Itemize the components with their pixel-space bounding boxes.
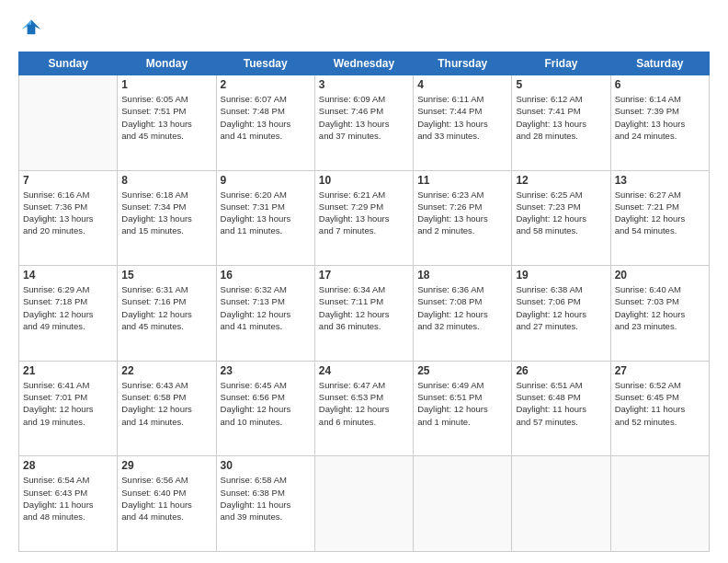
day-info: Sunrise: 6:41 AM Sunset: 7:01 PM Dayligh… xyxy=(23,379,113,428)
day-info: Sunrise: 6:16 AM Sunset: 7:36 PM Dayligh… xyxy=(23,189,113,237)
calendar-cell: 7Sunrise: 6:16 AM Sunset: 7:36 PM Daylig… xyxy=(19,170,118,266)
svg-rect-2 xyxy=(28,25,36,35)
day-info: Sunrise: 6:56 AM Sunset: 6:40 PM Dayligh… xyxy=(121,474,211,523)
day-of-week-wednesday: Wednesday xyxy=(314,52,413,75)
calendar-cell: 21Sunrise: 6:41 AM Sunset: 7:01 PM Dayli… xyxy=(19,361,118,456)
day-info: Sunrise: 6:07 AM Sunset: 7:48 PM Dayligh… xyxy=(221,93,311,142)
calendar-cell: 6Sunrise: 6:14 AM Sunset: 7:39 PM Daylig… xyxy=(610,75,709,171)
calendar-cell: 10Sunrise: 6:21 AM Sunset: 7:29 PM Dayli… xyxy=(314,170,413,266)
page: SundayMondayTuesdayWednesdayThursdayFrid… xyxy=(0,0,728,563)
day-info: Sunrise: 6:58 AM Sunset: 6:38 PM Dayligh… xyxy=(221,474,311,523)
day-number: 20 xyxy=(615,269,705,282)
day-number: 22 xyxy=(121,364,211,377)
week-row-3: 14Sunrise: 6:29 AM Sunset: 7:18 PM Dayli… xyxy=(19,266,710,362)
day-info: Sunrise: 6:47 AM Sunset: 6:53 PM Dayligh… xyxy=(319,379,409,428)
day-info: Sunrise: 6:52 AM Sunset: 6:45 PM Dayligh… xyxy=(615,379,705,428)
day-info: Sunrise: 6:25 AM Sunset: 7:23 PM Dayligh… xyxy=(516,189,606,237)
day-number: 21 xyxy=(23,364,113,377)
day-number: 23 xyxy=(221,364,311,377)
week-row-2: 7Sunrise: 6:16 AM Sunset: 7:36 PM Daylig… xyxy=(19,170,710,266)
day-info: Sunrise: 6:09 AM Sunset: 7:46 PM Dayligh… xyxy=(319,93,409,142)
calendar-cell: 13Sunrise: 6:27 AM Sunset: 7:21 PM Dayli… xyxy=(610,170,709,266)
header xyxy=(18,17,710,42)
calendar-header-row: SundayMondayTuesdayWednesdayThursdayFrid… xyxy=(19,52,710,75)
day-info: Sunrise: 6:18 AM Sunset: 7:34 PM Dayligh… xyxy=(121,189,211,237)
day-number: 19 xyxy=(516,269,606,282)
calendar-cell: 26Sunrise: 6:51 AM Sunset: 6:48 PM Dayli… xyxy=(512,361,610,456)
day-number: 12 xyxy=(516,174,606,187)
calendar-cell: 22Sunrise: 6:43 AM Sunset: 6:58 PM Dayli… xyxy=(118,361,216,456)
calendar-cell: 1Sunrise: 6:05 AM Sunset: 7:51 PM Daylig… xyxy=(118,75,216,171)
calendar-cell: 30Sunrise: 6:58 AM Sunset: 6:38 PM Dayli… xyxy=(216,456,314,552)
day-of-week-friday: Friday xyxy=(512,52,610,75)
day-info: Sunrise: 6:23 AM Sunset: 7:26 PM Dayligh… xyxy=(417,189,507,237)
day-of-week-monday: Monday xyxy=(118,52,216,75)
calendar-cell: 17Sunrise: 6:34 AM Sunset: 7:11 PM Dayli… xyxy=(314,266,413,362)
day-info: Sunrise: 6:12 AM Sunset: 7:41 PM Dayligh… xyxy=(516,93,606,142)
day-info: Sunrise: 6:54 AM Sunset: 6:43 PM Dayligh… xyxy=(23,474,113,523)
calendar-cell: 11Sunrise: 6:23 AM Sunset: 7:26 PM Dayli… xyxy=(414,170,512,266)
day-number: 13 xyxy=(615,174,705,187)
day-of-week-tuesday: Tuesday xyxy=(216,52,314,75)
day-number: 9 xyxy=(221,174,311,187)
day-info: Sunrise: 6:34 AM Sunset: 7:11 PM Dayligh… xyxy=(319,283,409,332)
day-number: 1 xyxy=(121,78,211,91)
day-info: Sunrise: 6:51 AM Sunset: 6:48 PM Dayligh… xyxy=(516,379,606,428)
day-info: Sunrise: 6:11 AM Sunset: 7:44 PM Dayligh… xyxy=(417,93,507,142)
day-number: 10 xyxy=(319,174,409,187)
day-info: Sunrise: 6:45 AM Sunset: 6:56 PM Dayligh… xyxy=(221,379,311,428)
day-number: 27 xyxy=(615,364,705,377)
day-info: Sunrise: 6:21 AM Sunset: 7:29 PM Dayligh… xyxy=(319,189,409,237)
day-number: 26 xyxy=(516,364,606,377)
calendar-cell xyxy=(314,456,413,552)
day-number: 30 xyxy=(221,459,311,472)
day-number: 8 xyxy=(121,174,211,187)
day-info: Sunrise: 6:14 AM Sunset: 7:39 PM Dayligh… xyxy=(615,93,705,142)
calendar-cell: 14Sunrise: 6:29 AM Sunset: 7:18 PM Dayli… xyxy=(19,266,118,362)
calendar-cell: 4Sunrise: 6:11 AM Sunset: 7:44 PM Daylig… xyxy=(414,75,512,171)
day-info: Sunrise: 6:31 AM Sunset: 7:16 PM Dayligh… xyxy=(121,283,211,332)
day-number: 24 xyxy=(319,364,409,377)
calendar-cell xyxy=(414,456,512,552)
calendar-cell xyxy=(610,456,709,552)
calendar-cell: 23Sunrise: 6:45 AM Sunset: 6:56 PM Dayli… xyxy=(216,361,314,456)
day-of-week-thursday: Thursday xyxy=(414,52,512,75)
calendar-cell: 19Sunrise: 6:38 AM Sunset: 7:06 PM Dayli… xyxy=(512,266,610,362)
day-number: 16 xyxy=(221,269,311,282)
day-info: Sunrise: 6:36 AM Sunset: 7:08 PM Dayligh… xyxy=(417,283,507,332)
day-number: 7 xyxy=(23,174,113,187)
day-number: 3 xyxy=(319,78,409,91)
day-number: 17 xyxy=(319,269,409,282)
day-number: 15 xyxy=(121,269,211,282)
calendar-cell: 15Sunrise: 6:31 AM Sunset: 7:16 PM Dayli… xyxy=(118,266,216,362)
day-info: Sunrise: 6:38 AM Sunset: 7:06 PM Dayligh… xyxy=(516,283,606,332)
day-number: 14 xyxy=(23,269,113,282)
calendar-cell xyxy=(19,75,118,171)
day-of-week-saturday: Saturday xyxy=(610,52,709,75)
day-info: Sunrise: 6:49 AM Sunset: 6:51 PM Dayligh… xyxy=(417,379,507,428)
day-number: 4 xyxy=(417,78,507,91)
day-number: 6 xyxy=(615,78,705,91)
calendar-cell: 24Sunrise: 6:47 AM Sunset: 6:53 PM Dayli… xyxy=(314,361,413,456)
day-number: 25 xyxy=(417,364,507,377)
logo-icon xyxy=(18,17,44,42)
calendar-cell: 8Sunrise: 6:18 AM Sunset: 7:34 PM Daylig… xyxy=(118,170,216,266)
week-row-5: 28Sunrise: 6:54 AM Sunset: 6:43 PM Dayli… xyxy=(19,456,710,552)
day-info: Sunrise: 6:32 AM Sunset: 7:13 PM Dayligh… xyxy=(221,283,311,332)
day-info: Sunrise: 6:05 AM Sunset: 7:51 PM Dayligh… xyxy=(121,93,211,142)
day-info: Sunrise: 6:20 AM Sunset: 7:31 PM Dayligh… xyxy=(221,189,311,237)
day-info: Sunrise: 6:40 AM Sunset: 7:03 PM Dayligh… xyxy=(615,283,705,332)
day-number: 28 xyxy=(23,459,113,472)
week-row-4: 21Sunrise: 6:41 AM Sunset: 7:01 PM Dayli… xyxy=(19,361,710,456)
calendar-cell: 16Sunrise: 6:32 AM Sunset: 7:13 PM Dayli… xyxy=(216,266,314,362)
calendar-cell: 27Sunrise: 6:52 AM Sunset: 6:45 PM Dayli… xyxy=(610,361,709,456)
calendar-cell: 9Sunrise: 6:20 AM Sunset: 7:31 PM Daylig… xyxy=(216,170,314,266)
day-number: 18 xyxy=(417,269,507,282)
calendar-cell: 5Sunrise: 6:12 AM Sunset: 7:41 PM Daylig… xyxy=(512,75,610,171)
calendar-cell: 2Sunrise: 6:07 AM Sunset: 7:48 PM Daylig… xyxy=(216,75,314,171)
day-number: 2 xyxy=(221,78,311,91)
calendar-cell: 28Sunrise: 6:54 AM Sunset: 6:43 PM Dayli… xyxy=(19,456,118,552)
week-row-1: 1Sunrise: 6:05 AM Sunset: 7:51 PM Daylig… xyxy=(19,75,710,171)
day-of-week-sunday: Sunday xyxy=(19,52,118,75)
calendar-table: SundayMondayTuesdayWednesdayThursdayFrid… xyxy=(18,52,710,552)
